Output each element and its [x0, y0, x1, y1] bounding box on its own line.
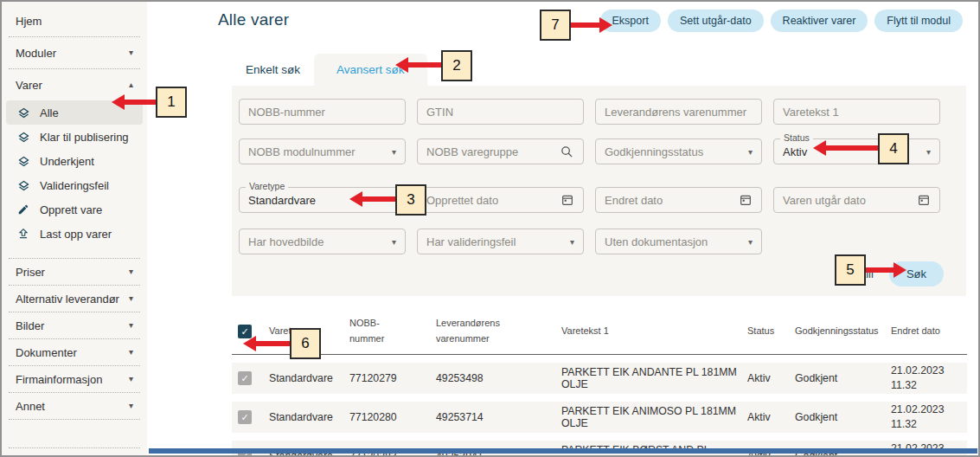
row-checkbox[interactable]: ✓	[238, 371, 252, 385]
sidebar-item-priser[interactable]: Priser ▾	[2, 259, 147, 285]
endret-dato-field[interactable]: Endret dato	[595, 187, 762, 213]
toolbar: Eksport Sett utgår-dato Reaktiver varer …	[600, 10, 963, 32]
calendar-icon	[739, 193, 753, 207]
sidebar-item-underkjent[interactable]: Underkjent	[6, 149, 143, 173]
placeholder-text: Uten dokumentasjon	[605, 235, 743, 248]
godkjenningsstatus-select[interactable]: Godkjenningsstatus ▾	[595, 138, 762, 164]
horizontal-scrollbar[interactable]	[149, 448, 977, 454]
tab-enkelt-sok[interactable]: Enkelt søk	[232, 54, 314, 86]
table-row[interactable]: ✓ Standardvare 77120280 49253714 PARKETT…	[232, 402, 967, 433]
nobb-nummer-field[interactable]	[239, 99, 406, 125]
cell-status: Aktiv	[747, 372, 795, 384]
date-text: 21.02.2023	[891, 402, 960, 417]
sidebar-item-last-opp-varer[interactable]: Last opp varer	[6, 222, 143, 246]
layers-icon	[16, 106, 30, 119]
har-hovedbilde-select[interactable]: Har hovedbilde ▾	[239, 228, 406, 254]
chevron-down-icon: ▾	[129, 267, 133, 276]
status-select[interactable]: Status Aktiv ▾	[773, 138, 940, 164]
column-header-label: Leverandørens varenummer	[436, 316, 514, 346]
placeholder-text: Har hovedbilde	[248, 235, 387, 248]
gtin-input[interactable]	[426, 106, 574, 119]
sidebar-item-label: Firmainformasjon	[16, 373, 102, 386]
field-label: Status	[780, 133, 813, 144]
column-header-varetekst-1: Varetekst 1	[561, 324, 747, 339]
annotation-arrow-6	[255, 341, 290, 346]
annotation-arrow-4	[825, 145, 878, 151]
calendar-icon	[917, 193, 931, 207]
sidebar-item-moduler[interactable]: Moduler ▾	[2, 37, 147, 68]
results-table: ✓ Varetype NOBB-nummer Leverandørens var…	[232, 309, 967, 457]
form-row-2: NOBB modulnummer ▾ NOBB varegruppe Godkj…	[239, 138, 944, 164]
nobb-modulnummer-select[interactable]: NOBB modulnummer ▾	[239, 138, 406, 164]
leverandorens-varenummer-input[interactable]	[605, 106, 753, 119]
search-icon	[560, 145, 574, 159]
chevron-down-icon: ▾	[392, 147, 396, 157]
page-title: Alle varer	[218, 10, 289, 29]
varetekst-1-field[interactable]	[773, 99, 940, 125]
sett-utgar-dato-button[interactable]: Sett utgår-dato	[668, 10, 764, 32]
sidebar-item-label: Valideringsfeil	[40, 179, 109, 192]
sidebar-item-bilder[interactable]: Bilder ▾	[2, 312, 147, 338]
sidebar-item-dokumenter[interactable]: Dokumenter ▾	[2, 339, 147, 365]
column-header-label: NOBB-nummer	[349, 316, 393, 346]
checkmark-icon: ✓	[240, 412, 248, 423]
sidebar-item-varer[interactable]: Varer ▴	[2, 69, 147, 100]
row-checkbox[interactable]: ✓	[238, 410, 252, 424]
date-text: 21.02.2023	[891, 364, 960, 378]
cell-varetekst-1: PARKETT EIK ANDANTE PL 181MM OLJE	[561, 366, 747, 390]
pencil-icon	[16, 203, 30, 216]
leverandorens-varenummer-field[interactable]	[595, 99, 762, 125]
chevron-down-icon: ▾	[392, 237, 396, 247]
har-valideringsfeil-select[interactable]: Har valideringsfeil ▾	[417, 228, 584, 254]
placeholder-text: Har valideringsfeil	[426, 235, 565, 248]
annotation-box-2: 2	[441, 50, 472, 81]
form-row-1	[239, 99, 944, 125]
placeholder-text: Varen utgår dato	[783, 194, 912, 207]
table-row[interactable]: ✓ Standardvare 77120279 49253498 PARKETT…	[232, 363, 967, 394]
cell-varetekst-1: PARKETT EIK ANIMOSO PL 181MM OLJE	[561, 405, 747, 429]
chevron-down-icon: ▾	[129, 402, 133, 410]
sidebar-item-label: Varer	[16, 79, 42, 92]
annotation-box-1: 1	[156, 87, 187, 118]
sidebar-item-firmainformasjon[interactable]: Firmainformasjon ▾	[2, 366, 147, 392]
nobb-varegruppe-field[interactable]: NOBB varegruppe	[417, 138, 584, 164]
chevron-down-icon: ▾	[748, 147, 753, 157]
annotation-box-3: 3	[395, 184, 426, 216]
app-window: Hjem Moduler ▾ Varer ▴ Alle Klar til pub…	[0, 0, 980, 457]
flytt-til-modul-button[interactable]: Flytt til modul	[874, 10, 963, 32]
form-row-3: Varetype Standardvare Opprettet dato End…	[239, 187, 944, 213]
gtin-field[interactable]	[417, 99, 584, 125]
field-label: Varetype	[246, 182, 288, 192]
reaktiver-varer-button[interactable]: Reaktiver varer	[771, 10, 868, 32]
sidebar-item-alternativ-leverandor[interactable]: Alternativ leverandør ▾	[2, 286, 147, 312]
nobb-nummer-input[interactable]	[248, 106, 396, 119]
placeholder-text: NOBB modulnummer	[248, 145, 387, 158]
uten-dokumentasjon-select[interactable]: Uten dokumentasjon ▾	[595, 228, 762, 254]
cell-varetype: Standardvare	[269, 411, 349, 423]
sidebar-item-valideringsfeil[interactable]: Valideringsfeil	[6, 173, 143, 197]
annotation-arrow-3	[362, 196, 395, 202]
annotation-box-4: 4	[878, 133, 909, 164]
form-row-4: Har hovedbilde ▾ Har valideringsfeil ▾ U…	[239, 228, 944, 254]
varen-utgar-dato-field[interactable]: Varen utgår dato	[773, 187, 940, 213]
annotation-arrowhead-6	[243, 336, 256, 351]
sidebar-item-klar-til-publisering[interactable]: Klar til publisering	[6, 125, 143, 149]
annotation-arrowhead-5	[894, 262, 906, 278]
sidebar-item-hjem[interactable]: Hjem	[2, 5, 147, 36]
varetekst-1-input[interactable]	[783, 106, 931, 119]
cell-varetype: Standardvare	[269, 372, 349, 384]
sidebar-item-opprett-vare[interactable]: Opprett vare	[6, 197, 143, 222]
sidebar-item-annet[interactable]: Annet ▾	[2, 393, 147, 419]
placeholder-text: Godkjenningsstatus	[605, 145, 743, 158]
chevron-down-icon: ▾	[570, 237, 574, 247]
sidebar-item-label: Last opp varer	[40, 228, 112, 241]
cell-endret-dato: 21.02.2023 11.32	[891, 402, 967, 431]
opprettet-dato-field[interactable]: Opprettet dato	[417, 187, 584, 213]
annotation-arrow-1	[124, 100, 156, 105]
annotation-box-7: 7	[540, 10, 571, 41]
annotation-arrow-5	[866, 267, 894, 273]
chevron-down-icon: ▾	[926, 147, 931, 157]
placeholder-text: NOBB varegruppe	[426, 145, 554, 158]
cell-leverandorens-varenummer: 49253498	[436, 372, 561, 384]
tab-avansert-sok[interactable]: Avansert søk	[314, 54, 427, 86]
